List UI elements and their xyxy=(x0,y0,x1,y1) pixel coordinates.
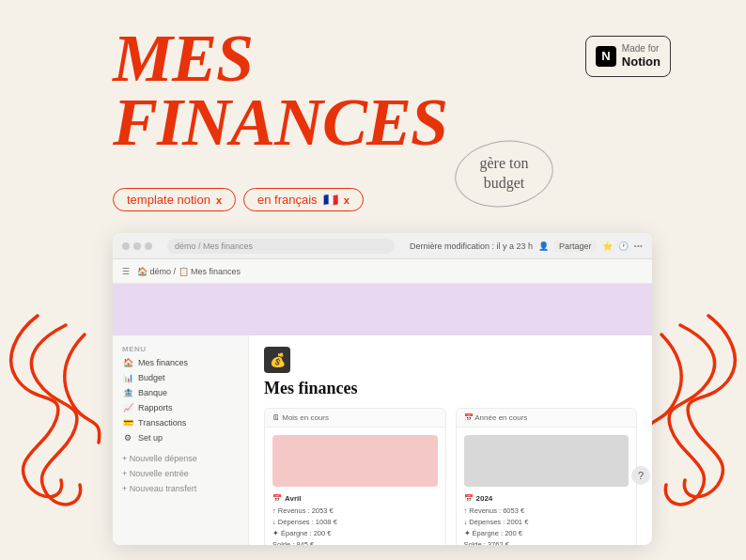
card-annee-stat-epargne: ✦ Épargne : 200 € xyxy=(464,528,629,539)
browser-bar: démo / Mes finances Dernière modificatio… xyxy=(113,233,652,259)
notion-badge-icon: N xyxy=(596,46,616,67)
breadcrumb: 🏠 démo / 📋 Mes finances xyxy=(137,267,643,276)
notion-main-content: 💰 Mes finances 🗓 Mois en cours 📅 Avril xyxy=(249,335,652,545)
card-annee-stat-depenses: ↓ Dépenses : 2001 € xyxy=(464,517,629,528)
setup-icon: ⚙ xyxy=(122,433,133,443)
budget-circle-border xyxy=(451,134,558,213)
add-transfert-label: + Nouveau transfert xyxy=(122,484,196,493)
card-mois-en-cours: 🗓 Mois en cours 📅 Avril ↑ Revenus : 2053… xyxy=(264,408,446,545)
tag-language[interactable]: en français 🇫🇷 x xyxy=(243,188,364,211)
transactions-icon: 💳 xyxy=(122,418,133,428)
sidebar-toggle-icon[interactable]: ☰ xyxy=(122,267,130,276)
card-mois-stats: ↑ Revenus : 2053 € ↓ Dépenses : 1008 € ✦… xyxy=(272,506,438,545)
tags-row: template notion x en français 🇫🇷 x xyxy=(113,188,364,211)
page-title: Mes finances xyxy=(264,379,637,398)
browser-window-controls xyxy=(122,242,152,250)
card-annee-title: 📅 Année en cours xyxy=(464,413,528,422)
sidebar-label-rapports: Rapports xyxy=(138,403,173,412)
sidebar-item-rapports[interactable]: 📈 Rapports xyxy=(113,400,248,415)
page-banner xyxy=(113,284,652,335)
notion-letter: N xyxy=(601,49,610,63)
notion-sidebar: MENU 🏠 Mes finances 📊 Budget 🏦 Banque 📈 … xyxy=(113,335,249,545)
budget-circle: gère tonbudget xyxy=(459,146,549,202)
card-annee-en-cours: 📅 Année en cours 📅 2024 ↑ Revenus : 6053… xyxy=(456,408,638,545)
add-depense-label: + Nouvelle dépense xyxy=(122,454,197,463)
sidebar-label-budget: Budget xyxy=(138,373,165,382)
card-mois-month-label: Avril xyxy=(285,494,302,503)
mes-finances-icon: 🏠 xyxy=(122,358,133,367)
card-mois-stat-epargne: ✦ Épargne : 200 € xyxy=(272,528,438,539)
notion-badge-text: Made for Notion xyxy=(622,42,661,70)
sidebar-label-setup: Set up xyxy=(138,433,163,443)
budget-icon: 📊 xyxy=(122,373,133,382)
sidebar-item-banque[interactable]: 🏦 Banque xyxy=(113,385,248,400)
page-icon: 💰 xyxy=(264,347,290,373)
title-line1: MES xyxy=(113,26,447,90)
sidebar-item-mes-finances[interactable]: 🏠 Mes finances xyxy=(113,355,248,370)
sidebar-menu-label: MENU xyxy=(113,343,248,355)
sidebar-label-transactions: Transactions xyxy=(138,418,186,428)
window-minimize-dot xyxy=(133,242,141,250)
cards-row: 🗓 Mois en cours 📅 Avril ↑ Revenus : 2053… xyxy=(264,408,637,545)
main-title: MES FINANCES xyxy=(113,26,447,155)
title-line2: FINANCES xyxy=(113,90,447,154)
calendar-icon-mois: 📅 xyxy=(272,494,282,503)
card-annee-stats: ↑ Revenus : 6053 € ↓ Dépenses : 2001 € ✦… xyxy=(464,506,629,545)
card-mois-month: 📅 Avril xyxy=(272,494,438,503)
notion-app-header: ☰ 🏠 démo / 📋 Mes finances xyxy=(113,259,652,284)
card-mois-info: 📅 Avril ↑ Revenus : 2053 € ↓ Dépenses : … xyxy=(265,494,445,545)
squiggle-left-decoration xyxy=(0,306,113,513)
card-annee-info: 📅 2024 ↑ Revenus : 6053 € ↓ Dépenses : 2… xyxy=(457,494,637,545)
banque-icon: 🏦 xyxy=(122,388,133,397)
browser-url-bar[interactable]: démo / Mes finances xyxy=(167,239,395,254)
url-text: démo / Mes finances xyxy=(175,241,253,251)
card-mois-title: 🗓 Mois en cours xyxy=(272,413,329,422)
tag-label-language: en français xyxy=(257,193,318,207)
sidebar-add-depense[interactable]: + Nouvelle dépense xyxy=(113,451,248,466)
flag-icon: 🇫🇷 xyxy=(323,193,338,207)
calendar-icon-annee: 📅 xyxy=(464,494,474,503)
tag-close-language[interactable]: x xyxy=(344,194,350,206)
card-mois-image xyxy=(272,435,438,487)
window-close-dot xyxy=(122,242,130,250)
card-annee-month: 📅 2024 xyxy=(464,494,629,503)
sidebar-label-mes-finances: Mes finances xyxy=(138,358,188,367)
question-bubble[interactable]: ? xyxy=(631,466,650,485)
card-mois-stat-solde: Solde : 845 € xyxy=(272,539,438,545)
last-modified-text: Dernière modification : il y a 23 h xyxy=(410,241,533,251)
window-maximize-dot xyxy=(145,242,152,250)
rapports-icon: 📈 xyxy=(122,403,133,412)
sidebar-label-banque: Banque xyxy=(138,388,167,397)
sidebar-add-entree[interactable]: + Nouvelle entrée xyxy=(113,466,248,481)
sidebar-add-transfert[interactable]: + Nouveau transfert xyxy=(113,481,248,496)
card-annee-stat-solde: Solde : 3762 € xyxy=(464,539,629,545)
notion-badge-line2: Notion xyxy=(622,54,661,70)
app-screenshot: démo / Mes finances Dernière modificatio… xyxy=(113,233,652,545)
browser-actions: Dernière modification : il y a 23 h 👤 Pa… xyxy=(410,241,643,252)
sidebar-item-budget[interactable]: 📊 Budget xyxy=(113,370,248,385)
notion-badge-line1: Made for xyxy=(622,42,661,54)
tag-template-notion[interactable]: template notion x xyxy=(113,188,236,211)
add-entree-label: + Nouvelle entrée xyxy=(122,469,189,478)
card-annee-month-label: 2024 xyxy=(476,494,493,503)
sidebar-item-setup[interactable]: ⚙ Set up xyxy=(113,430,248,445)
page-icon-emoji: 💰 xyxy=(270,352,286,368)
tag-close-template[interactable]: x xyxy=(216,194,222,206)
notion-badge: N Made for Notion xyxy=(585,36,671,77)
card-annee-header: 📅 Année en cours xyxy=(457,409,637,428)
card-mois-stat-revenus: ↑ Revenus : 2053 € xyxy=(272,506,438,517)
card-mois-header: 🗓 Mois en cours xyxy=(265,409,445,428)
card-annee-stat-revenus: ↑ Revenus : 6053 € xyxy=(464,506,629,517)
notion-content-area: MENU 🏠 Mes finances 📊 Budget 🏦 Banque 📈 … xyxy=(113,335,652,545)
tag-label-template: template notion xyxy=(127,193,210,207)
share-button[interactable]: Partager xyxy=(554,241,597,252)
sidebar-item-transactions[interactable]: 💳 Transactions xyxy=(113,415,248,430)
card-annee-image xyxy=(464,435,629,487)
card-mois-stat-depenses: ↓ Dépenses : 1008 € xyxy=(272,517,438,528)
